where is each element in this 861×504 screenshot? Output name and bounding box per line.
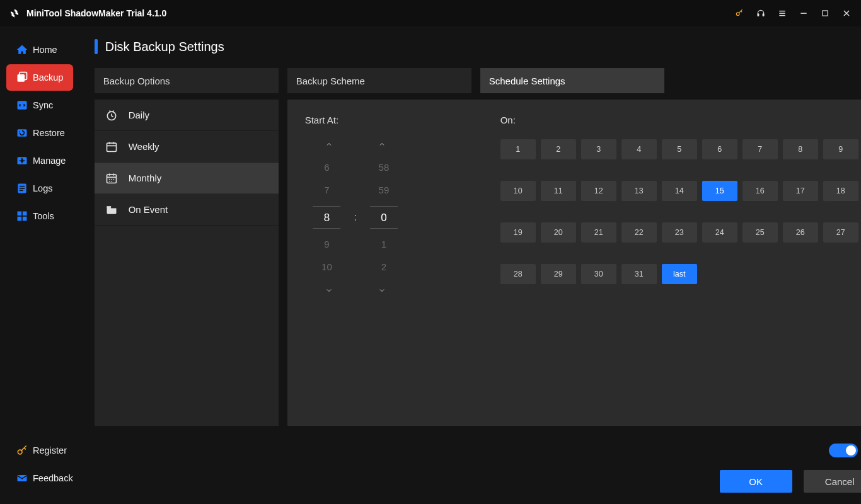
svg-rect-6 [800,13,806,13]
day-10[interactable]: 10 [500,181,536,201]
window-close-button[interactable] [841,8,852,19]
tab-backup-scheme[interactable]: Backup Scheme [287,68,471,93]
titlebar: MiniTool ShadowMaker Trial 4.1.0 [0,0,861,26]
hour-up-button[interactable] [320,137,338,152]
period-list: Daily Weekly Monthly On Event [95,100,279,426]
svg-rect-5 [779,15,785,16]
calendar-month-icon [105,171,118,185]
headset-icon[interactable] [755,8,766,19]
svg-rect-3 [779,11,785,11]
backup-icon [15,71,29,84]
day-4[interactable]: 4 [621,139,657,159]
window-maximize-button[interactable] [819,8,831,19]
title-accent-bar [95,39,98,54]
day-22[interactable]: 22 [621,222,657,243]
day-28[interactable]: 28 [500,264,536,284]
period-onevent[interactable]: On Event [95,194,279,226]
schedule-toggle[interactable] [829,444,858,457]
day-17[interactable]: 17 [783,181,818,201]
sidebar-item-logs[interactable]: Logs [6,175,73,202]
day-24[interactable]: 24 [702,222,737,243]
svg-rect-8 [18,74,25,82]
day-13[interactable]: 13 [621,181,657,201]
sidebar-item-tools[interactable]: Tools [6,203,73,229]
day-29[interactable]: 29 [541,264,576,284]
day-last[interactable]: last [662,264,697,284]
period-weekly[interactable]: Weekly [95,131,279,163]
day-11[interactable]: 11 [541,181,576,201]
hour-down-button[interactable] [320,283,338,298]
day-1[interactable]: 1 [500,139,536,159]
day-9[interactable]: 9 [823,139,858,159]
folder-icon [105,203,118,217]
start-at-label: Start At: [305,115,406,125]
period-label: On Event [129,204,168,215]
hour-wheel[interactable]: 6 7 8 9 10 [311,161,342,274]
sidebar-item-manage[interactable]: Manage [6,147,73,174]
calendar-week-icon [105,140,118,154]
time-colon: : [354,212,356,223]
ok-button[interactable]: OK [720,470,792,493]
sidebar-item-label: Restore [33,128,65,138]
day-26[interactable]: 26 [783,222,818,243]
time-spinner: 6 7 8 9 10 : 58 59 0 [305,137,406,298]
clock-icon [105,108,118,122]
svg-rect-16 [20,188,25,189]
cancel-button[interactable]: Cancel [804,470,861,493]
minute-down-button[interactable] [373,283,391,298]
home-icon [15,43,29,57]
restore-icon [15,126,29,140]
menu-icon[interactable] [777,8,788,19]
svg-rect-32 [107,206,111,208]
period-monthly[interactable]: Monthly [95,163,279,194]
day-5[interactable]: 5 [662,139,697,159]
day-3[interactable]: 3 [581,139,616,159]
manage-icon [15,154,29,168]
day-19[interactable]: 19 [500,222,536,243]
period-label: Weekly [129,141,159,152]
sidebar-item-register[interactable]: Register [6,437,73,464]
svg-point-28 [111,178,112,180]
day-6[interactable]: 6 [702,139,737,159]
sidebar-item-label: Home [33,45,57,55]
tab-backup-options[interactable]: Backup Options [95,68,279,93]
sidebar-item-feedback[interactable]: Feedback [6,465,73,491]
svg-point-30 [109,181,110,182]
svg-rect-20 [18,217,22,221]
day-27[interactable]: 27 [823,222,858,243]
sidebar-item-home[interactable]: Home [6,37,73,63]
period-daily[interactable]: Daily [95,100,279,131]
on-label: On: [500,115,858,125]
day-8[interactable]: 8 [783,139,818,159]
svg-point-27 [109,178,110,180]
day-20[interactable]: 20 [541,222,576,243]
day-18[interactable]: 18 [823,181,858,201]
day-12[interactable]: 12 [581,181,616,201]
day-25[interactable]: 25 [743,222,778,243]
day-2[interactable]: 2 [541,139,576,159]
svg-rect-7 [823,11,828,16]
day-21[interactable]: 21 [581,222,616,243]
sidebar-item-restore[interactable]: Restore [6,120,73,146]
period-label: Monthly [129,173,162,183]
day-7[interactable]: 7 [743,139,778,159]
days-row-2: 101112131415161718 [500,181,858,201]
minute-wheel[interactable]: 58 59 0 1 2 [368,161,400,274]
svg-point-29 [113,178,114,180]
day-15[interactable]: 15 [702,181,737,201]
key-icon [15,444,29,457]
day-grid-block: On: 123456789 101112131415161718 1920212… [500,115,858,284]
tab-schedule-settings[interactable]: Schedule Settings [480,68,664,93]
minute-up-button[interactable] [373,137,391,152]
sidebar-item-sync[interactable]: Sync [6,92,73,118]
key-icon[interactable] [734,8,745,19]
svg-rect-15 [20,186,25,187]
sidebar-item-backup[interactable]: Backup [6,64,73,91]
day-16[interactable]: 16 [743,181,778,201]
start-at-block: Start At: 6 7 8 9 [305,115,406,298]
day-14[interactable]: 14 [662,181,697,201]
day-30[interactable]: 30 [581,264,616,284]
day-23[interactable]: 23 [662,222,697,243]
window-minimize-button[interactable] [798,8,809,19]
day-31[interactable]: 31 [621,264,657,284]
